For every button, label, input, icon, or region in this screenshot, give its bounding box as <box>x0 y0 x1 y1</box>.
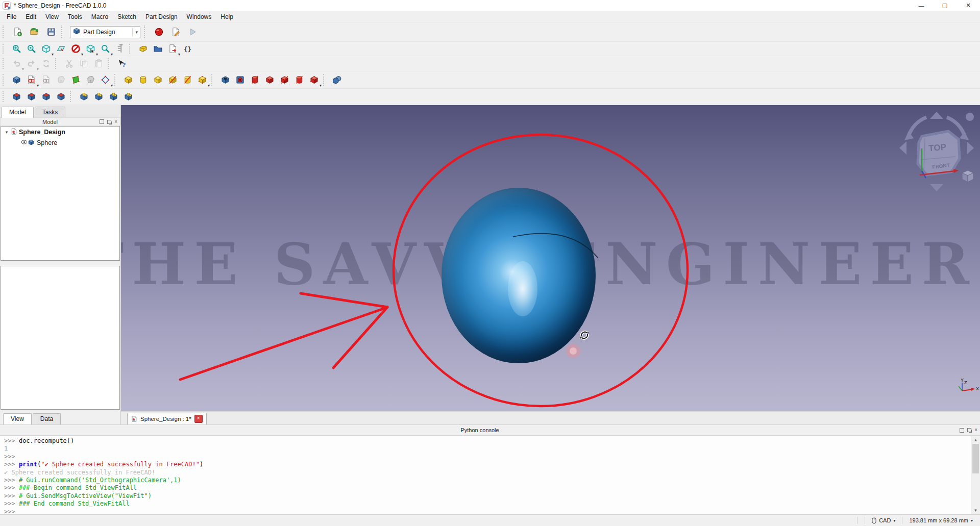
pad-button[interactable] <box>121 73 135 87</box>
dropdown-arrow-icon[interactable]: ▾ <box>37 84 39 88</box>
dropdown-arrow-icon[interactable]: ▾ <box>208 84 210 88</box>
create-datum-button[interactable]: ▾ <box>99 73 112 87</box>
dropdown-arrow-icon[interactable]: ▾ <box>96 53 98 57</box>
whats-this-button[interactable]: ? <box>115 57 129 70</box>
tab-tasks[interactable]: Tasks <box>35 107 66 117</box>
view-cube-button[interactable]: ▾ <box>84 42 97 56</box>
dropdown-arrow-icon[interactable]: ▾ <box>111 53 113 57</box>
menu-item-windows[interactable]: Windows <box>182 11 216 22</box>
tree-item-document[interactable]: ▾ Sphere_Design <box>1 127 119 137</box>
validate-sketch-icon <box>71 75 81 85</box>
macro-record-button[interactable] <box>151 24 167 40</box>
macro-edit-button[interactable] <box>168 24 184 40</box>
shape-binder-button[interactable] <box>84 73 97 87</box>
nav-style-selector[interactable]: CAD ▾ <box>869 517 898 524</box>
view-dimensions-selector[interactable]: 193.81 mm x 69.28 mm ▾ <box>906 517 976 523</box>
save-button[interactable] <box>43 24 59 40</box>
menu-item-edit[interactable]: Edit <box>21 11 41 22</box>
menu-item-part-design[interactable]: Part Design <box>141 11 182 22</box>
menu-item-help[interactable]: Help <box>216 11 238 22</box>
console-scrollbar[interactable]: ▲ ▼ <box>971 436 980 514</box>
polar-pattern-button[interactable] <box>107 90 120 104</box>
create-sketch-button[interactable]: ▾ <box>24 73 38 87</box>
boolean-button[interactable] <box>330 73 344 87</box>
align-view-button[interactable] <box>54 42 68 56</box>
menu-item-view[interactable]: View <box>41 11 63 22</box>
tree-expander-icon[interactable]: ▾ <box>3 130 10 135</box>
additive-helix-button[interactable] <box>181 73 194 87</box>
draft-button[interactable] <box>39 90 53 104</box>
mirrored-button[interactable] <box>77 90 91 104</box>
tab-model[interactable]: Model <box>2 107 34 118</box>
group-button[interactable] <box>151 42 165 56</box>
hole-button[interactable] <box>233 73 247 87</box>
revolution-button[interactable] <box>136 73 150 87</box>
pocket-button[interactable] <box>218 73 232 87</box>
model-tree[interactable]: ▾ Sphere_Design Sphere <box>1 126 120 261</box>
console-float-icon[interactable] <box>967 428 971 432</box>
dock-close-icon[interactable]: × <box>114 119 117 124</box>
menu-item-file[interactable]: File <box>2 11 21 22</box>
zoom-button[interactable]: ▾ <box>99 42 112 56</box>
close-button[interactable]: ✕ <box>957 0 980 11</box>
fit-all-button[interactable] <box>10 42 23 56</box>
macro-play-button[interactable] <box>185 24 201 40</box>
sphere-3d-object[interactable] <box>442 188 596 363</box>
fillet-button[interactable] <box>10 90 23 104</box>
tree-item-sphere[interactable]: Sphere <box>1 137 119 148</box>
linear-pattern-button[interactable] <box>92 90 106 104</box>
maximize-button[interactable]: ▢ <box>933 0 957 11</box>
dock-float-icon[interactable] <box>107 120 111 124</box>
toolbar-grip <box>108 58 112 68</box>
export-button[interactable]: ▾ <box>166 42 180 56</box>
draw-style-button[interactable]: ▾ <box>69 42 83 56</box>
additive-pipe-button[interactable] <box>166 73 180 87</box>
menu-item-macro[interactable]: Macro <box>87 11 113 22</box>
new-document-button[interactable] <box>10 24 26 40</box>
dropdown-arrow-icon[interactable]: ▾ <box>111 84 113 88</box>
scroll-up-icon[interactable]: ▲ <box>971 436 980 444</box>
chamfer-button[interactable] <box>24 90 38 104</box>
dock-minimize-icon[interactable] <box>100 119 104 124</box>
dropdown-arrow-icon[interactable]: ▾ <box>320 84 322 88</box>
tab-data-properties[interactable]: Data <box>33 413 61 424</box>
measure-button[interactable] <box>113 42 127 56</box>
visibility-eye-icon[interactable] <box>20 140 28 145</box>
document-tab-close-icon[interactable]: × <box>194 415 203 423</box>
dropdown-arrow-icon[interactable]: ▾ <box>81 53 83 57</box>
additive-primitive-button[interactable]: ▾ <box>195 73 209 87</box>
menu-item-tools[interactable]: Tools <box>63 11 87 22</box>
menu-item-sketch[interactable]: Sketch <box>113 11 141 22</box>
axonometric-view-button[interactable]: ▾ <box>39 42 53 56</box>
additive-loft-button[interactable] <box>151 73 165 87</box>
part-shape-button[interactable] <box>136 42 150 56</box>
subtractive-helix-button[interactable] <box>292 73 306 87</box>
groove-button[interactable] <box>248 73 262 87</box>
multitransform-button[interactable] <box>121 90 135 104</box>
dropdown-arrow-icon[interactable]: ▾ <box>22 67 24 71</box>
subtractive-loft-button[interactable] <box>263 73 277 87</box>
fit-selection-button[interactable] <box>24 42 38 56</box>
fit-selection-icon <box>27 44 36 54</box>
dropdown-arrow-icon[interactable]: ▾ <box>37 67 39 71</box>
scroll-thumb[interactable] <box>972 444 979 473</box>
console-close-icon[interactable]: × <box>974 428 977 433</box>
thickness-button[interactable] <box>54 90 68 104</box>
dropdown-arrow-icon[interactable]: ▾ <box>52 53 54 57</box>
minimize-button[interactable]: — <box>910 0 933 11</box>
python-console-body[interactable]: >>> doc.recompute()1>>>>>> print("✔ Sphe… <box>0 436 980 514</box>
console-minimize-icon[interactable] <box>960 428 964 433</box>
workbench-selector[interactable]: Part Design▾ <box>70 26 140 38</box>
3d-viewport[interactable]: THE SAVVY ENGINEER <box>121 105 980 411</box>
open-document-button[interactable] <box>27 24 42 40</box>
property-editor-panel[interactable] <box>1 266 120 410</box>
subtractive-pipe-button[interactable] <box>278 73 291 87</box>
create-body-button[interactable] <box>10 73 23 87</box>
subtractive-primitive-button[interactable]: ▾ <box>307 73 321 87</box>
validate-sketch-button[interactable] <box>69 73 83 87</box>
scroll-down-icon[interactable]: ▼ <box>971 507 980 514</box>
document-tab[interactable]: Sphere_Design : 1* × <box>127 413 207 424</box>
expression-button[interactable]: {} <box>181 42 194 56</box>
tab-view-properties[interactable]: View <box>3 413 32 424</box>
dropdown-arrow-icon[interactable]: ▾ <box>178 53 180 57</box>
